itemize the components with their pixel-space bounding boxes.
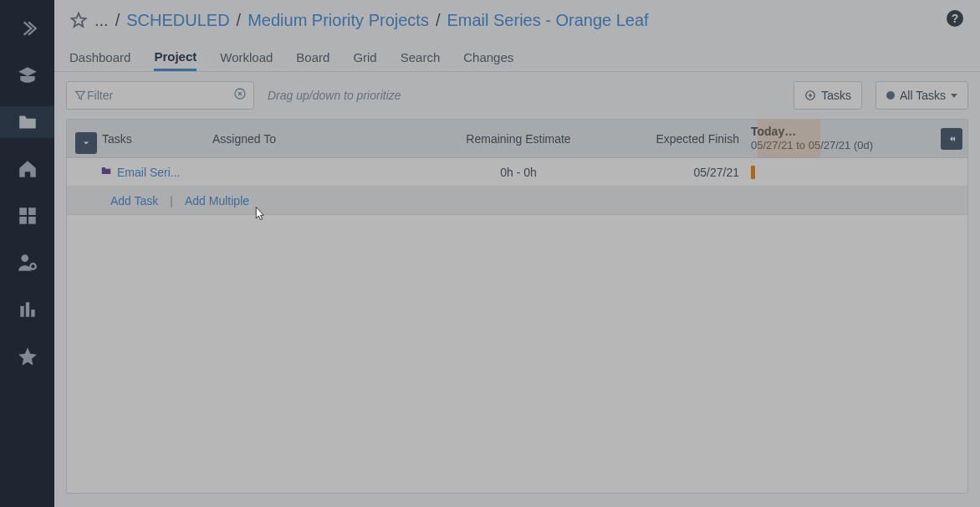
col-today-range: 05/27/21 to 05/27/21 (0d) <box>751 139 873 152</box>
app-sidebar <box>0 0 54 507</box>
breadcrumb-medium-priority[interactable]: Medium Priority Projects <box>248 11 429 30</box>
add-multiple-link[interactable]: Add Multiple <box>185 194 249 207</box>
sidebar-apps-icon[interactable] <box>0 200 54 232</box>
tab-bar: Dashboard Project Workload Board Grid Se… <box>54 40 980 72</box>
breadcrumb-bar: ... / SCHEDULED / Medium Priority Projec… <box>54 0 980 40</box>
tab-workload[interactable]: Workload <box>220 50 273 71</box>
tab-dashboard[interactable]: Dashboard <box>69 50 130 71</box>
col-remaining-label: Remaining Estimate <box>466 132 570 146</box>
breadcrumb-sep: / <box>115 11 120 30</box>
add-row: Add Task | Add Multiple <box>67 187 967 215</box>
breadcrumb-sep: / <box>436 11 441 30</box>
add-row-divider: | <box>170 194 173 207</box>
table-row[interactable]: Email Seri... 0h - 0h 05/27/21 <box>67 158 967 187</box>
sidebar-projects-icon[interactable] <box>0 106 54 138</box>
col-assigned-label: Assigned To <box>212 132 276 146</box>
sidebar-academy-icon[interactable] <box>0 59 54 91</box>
sidebar-expand-icon[interactable] <box>0 13 54 44</box>
col-expected-label: Expected Finish <box>656 132 739 146</box>
sidebar-reports-icon[interactable] <box>0 294 54 325</box>
tab-project[interactable]: Project <box>154 49 197 71</box>
sidebar-favorites-icon[interactable] <box>0 341 54 372</box>
filter-input[interactable] <box>87 89 233 102</box>
chevron-down-icon <box>951 94 957 98</box>
task-name-link[interactable]: Email Seri... <box>117 166 180 179</box>
all-tasks-label: All Tasks <box>900 89 946 102</box>
breadcrumb-current[interactable]: Email Series - Orange Leaf <box>447 11 648 30</box>
breadcrumb-ellipsis[interactable]: ... <box>94 11 109 30</box>
plus-circle-icon <box>804 90 816 101</box>
filter-box[interactable] <box>66 81 254 110</box>
tab-changes[interactable]: Changes <box>463 50 513 71</box>
svg-text:?: ? <box>952 12 959 25</box>
col-tasks-label: Tasks <box>102 132 132 146</box>
toolbar: Drag up/down to prioritize Tasks All Tas… <box>54 72 980 119</box>
col-today-label: Today… <box>751 125 796 139</box>
main-content: ... / SCHEDULED / Medium Priority Projec… <box>54 0 980 507</box>
collapse-timeline-icon[interactable] <box>941 128 962 150</box>
sidebar-people-icon[interactable] <box>0 247 54 279</box>
tasks-button-label: Tasks <box>821 89 851 102</box>
breadcrumb-sep: / <box>237 11 242 30</box>
status-dot-icon <box>886 91 895 100</box>
grid-header: Tasks Assigned To Remaining Estimate Exp… <box>67 120 967 158</box>
folder-icon <box>100 165 112 179</box>
breadcrumb-scheduled[interactable]: SCHEDULED <box>126 11 229 30</box>
favorite-star-icon[interactable] <box>69 11 88 29</box>
clear-filter-icon[interactable] <box>233 87 247 104</box>
expand-all-icon[interactable] <box>75 132 97 154</box>
sidebar-home-icon[interactable] <box>0 153 54 185</box>
tasks-button[interactable]: Tasks <box>794 81 862 110</box>
task-expected: 05/27/21 <box>644 166 744 179</box>
all-tasks-dropdown[interactable]: All Tasks <box>875 81 968 110</box>
prioritize-hint: Drag up/down to prioritize <box>268 89 401 102</box>
help-icon[interactable]: ? <box>945 8 965 33</box>
filter-icon <box>74 89 87 102</box>
tab-grid[interactable]: Grid <box>353 50 376 71</box>
task-remaining: 0h - 0h <box>393 166 644 179</box>
tab-board[interactable]: Board <box>296 50 329 71</box>
tab-search[interactable]: Search <box>401 50 441 71</box>
gantt-bar[interactable] <box>751 166 755 179</box>
svg-point-0 <box>30 264 36 269</box>
task-grid: Tasks Assigned To Remaining Estimate Exp… <box>66 119 968 494</box>
add-task-link[interactable]: Add Task <box>110 194 158 207</box>
